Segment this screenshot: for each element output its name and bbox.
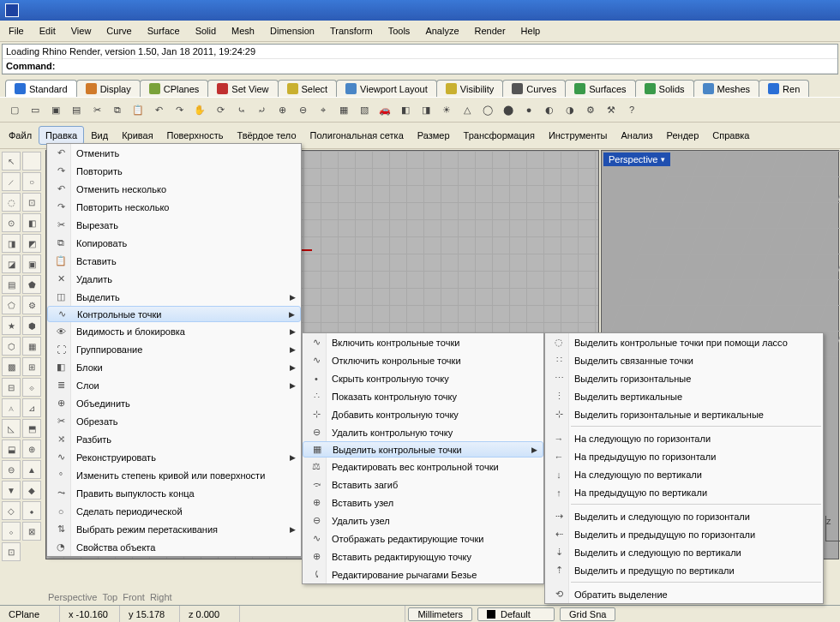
palette-tool[interactable]: ▤ [2,275,21,294]
toolbar-button[interactable]: ● [519,100,538,119]
menu-item[interactable]: ⊕Вставить узел [303,493,543,511]
viewport-label[interactable]: Perspective ▾ [603,153,670,166]
menu-help[interactable]: Help [514,23,548,39]
menu-tools[interactable]: Tools [381,23,417,39]
menu-item[interactable]: ∴Показать контрольную точку [303,387,543,405]
menu-item[interactable]: ⇢Выделить и следующую по горизонтали [545,507,823,525]
palette-tool[interactable]: ⊞ [22,357,41,376]
toolbar-button[interactable]: ⚒ [602,100,621,119]
viewpane-tab[interactable]: Front [123,592,145,602]
menu2-item[interactable]: Справка [705,126,756,145]
palette-tool[interactable]: ◧ [22,213,41,232]
toolbar-button[interactable]: ▤ [67,100,86,119]
menu-item[interactable]: 📋Вставить [47,252,301,270]
palette-tool[interactable]: ◺ [2,419,21,438]
menu-item[interactable]: ↷Повторить [47,162,301,180]
viewpane-tab[interactable]: Top [102,592,117,602]
menu2-item[interactable]: Полигональная сетка [303,126,411,145]
menu-item[interactable]: ⊹Выделить горизонтальные и вертикальные [545,405,823,423]
status-units[interactable]: Millimeters [408,607,472,621]
toolbar-button[interactable]: ✂ [87,100,106,119]
menu-item[interactable]: ○Сделать периодической [47,502,301,520]
menu-item[interactable]: ⇡Выделить и предущую по вертикали [545,561,823,579]
toolbar-button[interactable]: ⬤ [499,100,518,119]
toolbar-button[interactable]: ? [622,100,641,119]
menu-curve[interactable]: Curve [99,23,138,39]
palette-tool[interactable]: ▣ [22,254,41,273]
edit-dropdown-menu[interactable]: ↶Отменить↷Повторить↶Отменить несколько↷П… [46,143,302,557]
menu2-item[interactable]: Вид [84,126,115,145]
command-prompt[interactable]: Command: [3,59,837,74]
toolbar-button[interactable]: ⊖ [293,100,312,119]
menu-item[interactable]: ↶Отменить несколько [47,180,301,198]
menu-item[interactable]: ⤨Разбить [47,430,301,448]
menu-item[interactable]: ↑На предыдущую по вертикали [545,483,823,501]
palette-tool[interactable]: ⊙ [2,213,21,232]
palette-tool[interactable]: ⬠ [2,296,21,314]
palette-tool[interactable]: ⚙ [22,296,41,314]
menu2-item[interactable]: Анализ [614,126,659,145]
menu-item[interactable]: ⟲Обратить выделение [545,585,823,603]
toolbar-button[interactable]: ◑ [561,100,579,119]
menu-item[interactable]: ⛶Группирование▶ [47,340,301,358]
toolbar-button[interactable]: ⊕ [273,100,291,119]
menu-edit[interactable]: Edit [33,23,63,39]
menu-item[interactable]: ⚖Редактировать вес контрольной точки [303,458,543,475]
tab-ren[interactable]: Ren [759,80,809,97]
tab-set-view[interactable]: Set View [207,80,278,97]
palette-tool[interactable] [22,152,41,170]
tab-solids[interactable]: Solids [635,80,694,97]
menu-item[interactable]: ⊕Вставить редактирующую точку [303,547,543,565]
status-gridsnap[interactable]: Grid Sna [560,607,615,621]
menu-item[interactable]: ◔Свойства объекта [47,538,301,556]
tab-meshes[interactable]: Meshes [693,80,760,97]
palette-tool[interactable]: ◌ [2,193,21,212]
palette-tool[interactable]: ○ [22,172,41,191]
toolbar-button[interactable]: ▣ [46,100,65,119]
toolbar-button[interactable]: ↷ [170,100,189,119]
tab-surfaces[interactable]: Surfaces [565,80,635,97]
menu-item[interactable]: ◫Выделить▶ [47,288,301,306]
toolbar-button[interactable]: ◨ [417,100,435,119]
menu-item[interactable]: ✂Вырезать [47,216,301,234]
menu-solid[interactable]: Solid [189,23,223,39]
menu-item[interactable]: ∿Включить контрольные точки [303,333,543,351]
menu-item[interactable]: ≣Слои▶ [47,376,301,394]
toolbar-button[interactable]: ▢ [5,100,24,119]
status-layer[interactable]: Default [477,607,555,621]
toolbar-button[interactable]: ◧ [396,100,415,119]
toolbar-button[interactable]: ⟳ [211,100,230,119]
toolbar-button[interactable]: ▧ [355,100,374,119]
menu2-item[interactable]: Трансформация [457,126,542,145]
menu-item[interactable]: ◧Блоки▶ [47,358,301,376]
palette-tool[interactable]: ◨ [2,234,21,253]
control-points-submenu[interactable]: ∿Включить контрольные точки∿Отключить ко… [302,332,544,584]
menu-item[interactable]: ∿Отключить конрольные точки [303,351,543,369]
select-control-points-submenu[interactable]: ◌Выделить контрольные точки при помощи л… [544,332,824,604]
viewport-tabs[interactable]: PerspectiveTopFrontRight [45,589,176,605]
toolbar-button[interactable]: ⌖ [314,100,333,119]
menu-analyze[interactable]: Analyze [418,23,465,39]
menu-render[interactable]: Render [468,23,513,39]
tab-viewport-layout[interactable]: Viewport Layout [336,80,437,97]
palette-tool[interactable]: ⊕ [22,440,41,458]
menu2-item[interactable]: Файл [2,126,39,145]
palette-tool[interactable]: ⬟ [22,275,41,294]
toolbar-button[interactable]: 📋 [129,100,147,119]
tab-visibility[interactable]: Visibility [436,80,504,97]
menu-item[interactable]: ∿Контрольные точки▶ [47,306,301,322]
menu-item[interactable]: ✕Удалить [47,270,301,288]
menu-item[interactable]: ⇣Выделить и следующую по вертикали [545,543,823,561]
menu2-item[interactable]: Кривая [115,126,159,145]
toolbar-button[interactable]: ⤿ [231,100,250,119]
menu-item[interactable]: ←На предыдущую по горизонтали [545,447,823,465]
tab-select[interactable]: Select [278,80,338,97]
menu-item[interactable]: ▦Выделить контрольные точки▶ [303,441,543,458]
menu-item[interactable]: ↶Отменить [47,144,301,162]
palette-tool[interactable]: ★ [2,316,21,335]
palette-tool[interactable]: ⊿ [22,398,41,417]
palette-tool[interactable]: ▲ [22,460,41,479]
toolbar-button[interactable]: ▭ [26,100,45,119]
palette-tool[interactable]: ⟋ [2,172,21,191]
menu-item[interactable]: ⋯Выделить горизонтальные [545,369,823,387]
